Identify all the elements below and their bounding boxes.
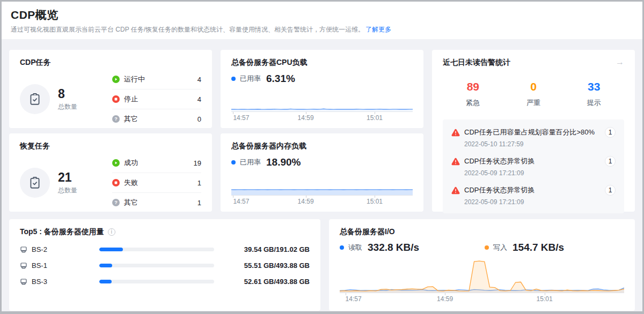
dashboard-content: CDP任务 8 总数量 运行中	[2, 39, 642, 314]
other-status-icon: ?	[112, 199, 120, 206]
critical-label: 紧急	[443, 98, 503, 108]
arrow-right-icon[interactable]: →	[616, 58, 624, 66]
bottom-row: Top5 : 备份服务器使用量 i BS-2 39.54 GB/191.02 G…	[9, 219, 635, 311]
alarm-stat-critical: 89 紧急	[443, 80, 503, 108]
svg-text:?: ?	[114, 200, 118, 205]
recovery-tasks-summary: 21 总数量	[20, 168, 100, 198]
stat-value: 0	[197, 115, 201, 123]
page-subtitle-text: 通过可视化视图直观展示当前云平台 CDP 任务/恢复任务的数量和状态统计、容量使…	[11, 26, 364, 33]
alarm-stat-notice: 33 提示	[564, 80, 624, 108]
notice-label: 提示	[564, 98, 624, 108]
alert-count-badge: 1	[605, 127, 616, 138]
server-icon	[20, 246, 27, 253]
cpu-card-title: 总备份服务器CPU负载	[231, 58, 413, 68]
server-name: BS-2	[32, 245, 47, 253]
cdp-tasks-body: 8 总数量 运行中 4 停止 4	[20, 70, 201, 129]
stat-value: 19	[194, 159, 201, 167]
cdp-tasks-total: 8 总数量	[58, 87, 77, 111]
usage-bar-track	[99, 280, 214, 283]
alert-count-badge: 1	[605, 185, 616, 196]
server-usage-row: BS-2 39.54 GB/191.02 GB	[20, 245, 310, 253]
warning-triangle-icon	[451, 129, 460, 137]
warning-triangle-icon	[451, 186, 460, 195]
learn-more-link[interactable]: 了解更多	[365, 26, 391, 33]
server-usage-row: BS-3 52.61 GB/493.88 GB	[20, 278, 310, 286]
notice-count: 33	[564, 80, 624, 93]
alarm-stat-severe: 0 严重	[503, 80, 564, 108]
alert-text: CDP任务已用容量占规划容量百分比>80%	[464, 128, 595, 137]
stat-label: 停止	[124, 94, 138, 104]
io-legend: 读取 332.8 KB/s 写入 154.7 KB/s	[340, 242, 624, 253]
usage-bar-fill	[99, 248, 123, 251]
alert-list: CDP任务已用容量占规划容量百分比>80% 1 2022-05-10 11:27…	[443, 119, 624, 213]
clipboard-icon	[20, 168, 50, 198]
recovery-tasks-stats: 成功 19 失败 1 ? 其它 1	[112, 153, 201, 212]
stat-label: 运行中	[124, 74, 145, 84]
recovery-tasks-title: 恢复任务	[20, 141, 201, 151]
critical-count: 89	[443, 80, 503, 93]
alarm-stats: 89 紧急 0 严重 33 提示	[443, 80, 624, 108]
top5-usage-card: Top5 : 备份服务器使用量 i BS-2 39.54 GB/191.02 G…	[9, 219, 320, 311]
io-write-legend: 写入 154.7 KB/s	[485, 242, 564, 253]
stat-value: 4	[197, 95, 201, 103]
cpu-usage-value: 6.31%	[266, 73, 295, 85]
svg-text:?: ?	[114, 116, 118, 122]
usage-bar-fill	[99, 264, 112, 267]
stat-value: 1	[197, 179, 201, 187]
alarm-card-head: 近七日未读告警统计 →	[443, 58, 624, 68]
recovery-tasks-total-label: 总数量	[58, 186, 77, 195]
recovery-tasks-total: 21 总数量	[58, 170, 77, 195]
cdp-tasks-total-value: 8	[58, 87, 77, 101]
alert-item[interactable]: CDP任务状态异常切换 1 2022-05-09 17:21:09	[451, 185, 616, 206]
memory-card-title: 总备份服务器内存负载	[231, 141, 413, 151]
other-status-icon: ?	[112, 115, 120, 123]
cpu-chart-axis: 14:5714:5915:01	[231, 111, 413, 122]
io-card-title: 总备份服务器I/O	[340, 227, 624, 237]
cpu-chart: 14:5714:5915:01	[231, 85, 413, 122]
alert-text: CDP任务状态异常切换	[464, 156, 535, 166]
io-chart: 14:5714:5915:01	[340, 259, 624, 303]
alert-count-badge: 1	[605, 156, 616, 167]
read-value: 332.8 KB/s	[368, 242, 419, 253]
stat-row-other: ? 其它 0	[112, 109, 201, 129]
recovery-tasks-total-value: 21	[58, 170, 77, 184]
cdp-tasks-summary: 8 总数量	[20, 84, 100, 114]
server-label: BS-3	[20, 278, 99, 286]
stat-row-stopped: 停止 4	[112, 89, 201, 109]
memory-legend: 已用率 18.90%	[231, 156, 413, 168]
stat-label: 其它	[124, 198, 138, 207]
alert-time: 2022-05-09 17:21:09	[464, 169, 616, 177]
read-label: 读取	[348, 243, 362, 252]
io-chart-axis: 14:5714:5915:01	[340, 293, 624, 303]
server-icon	[20, 262, 27, 270]
alert-time: 2022-05-10 11:27:59	[464, 140, 616, 148]
alert-item[interactable]: CDP任务状态异常切换 1 2022-05-09 17:21:09	[451, 156, 616, 177]
server-usage-value: 52.61 GB/493.88 GB	[214, 278, 310, 286]
write-value: 154.7 KB/s	[513, 242, 564, 253]
cdp-tasks-stats: 运行中 4 停止 4 ? 其它 0	[112, 70, 201, 129]
usage-bar-track	[99, 264, 214, 267]
running-status-icon	[112, 76, 120, 83]
stat-value: 1	[197, 199, 201, 207]
alert-item[interactable]: CDP任务已用容量占规划容量百分比>80% 1 2022-05-10 11:27…	[451, 127, 616, 148]
info-icon[interactable]: i	[108, 228, 115, 236]
cpu-legend: 已用率 6.31%	[231, 73, 413, 85]
warning-triangle-icon	[451, 158, 460, 166]
stat-row-running: 运行中 4	[112, 70, 201, 89]
write-label: 写入	[493, 243, 507, 252]
alarm-card: 近七日未读告警统计 → 89 紧急 0 严重 33 提示	[432, 50, 635, 212]
top5-card-title: Top5 : 备份服务器使用量	[20, 227, 104, 237]
top-grid: CDP任务 8 总数量 运行中	[9, 50, 635, 212]
io-chart-plot	[340, 259, 624, 293]
io-read-legend: 读取 332.8 KB/s	[340, 242, 485, 253]
cpu-legend-label: 已用率	[240, 74, 261, 84]
top5-title-row: Top5 : 备份服务器使用量 i	[20, 227, 310, 237]
memory-chart: 14:5714:5915:01	[231, 168, 413, 205]
stat-label: 其它	[124, 114, 138, 124]
memory-usage-value: 18.90%	[266, 156, 301, 168]
stat-value: 4	[197, 76, 201, 84]
stat-label: 失败	[124, 178, 138, 188]
server-icon	[20, 278, 27, 286]
cpu-legend-dot-icon	[231, 77, 236, 81]
usage-bar-fill	[99, 280, 112, 283]
